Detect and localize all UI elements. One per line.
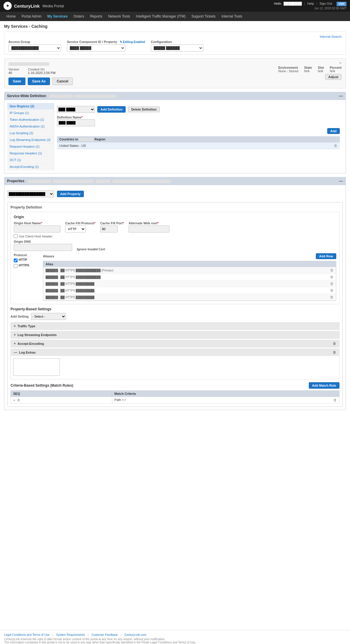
cache-fill-protocol-select[interactable]: HTTP [65,225,86,233]
nav-internal-tools[interactable]: Internal Tools [219,12,245,21]
props-blurred1 [28,180,51,183]
access-group-select[interactable]: ████████████ [8,44,61,51]
footer-sep3: | [121,633,122,636]
origin-host-name-input[interactable] [14,225,60,233]
property-select[interactable]: ████████████████ [7,190,54,197]
definition-name-label: Definition Name* [57,116,83,119]
alias-delete-2[interactable]: 🗑 [330,275,334,279]
use-client-host-header-label: Use Client Host Header [19,235,53,238]
alias-delete-1[interactable]: 🗑 [330,268,334,272]
delete-definition-btn[interactable]: Delete Definition [128,106,160,112]
environment-value: None - Stored [278,69,298,73]
accept-encoding-header[interactable]: + Accept-Encoding 🗑 [11,340,339,347]
brand-name: CenturyLink [14,4,40,8]
add-definition-btn[interactable]: Add Definition [97,106,126,113]
sidebar-item-log-streaming[interactable]: Log Streaming Endpoints (2) [7,137,54,143]
service-wide-def-header[interactable]: Service-Wide Definition — [4,92,346,100]
match-criteria-column-header: Match Criteria [112,391,339,397]
access-group-label: Access Group [8,40,61,44]
country-delete-icon[interactable]: 🗑 [334,144,337,148]
sidebar-item-accept-encoding[interactable]: Accept-Encoding (1) [7,163,54,170]
add-row-btn[interactable]: Add Row [316,253,336,259]
nav-home[interactable]: Home [4,12,19,21]
origin-host-name-label: Origin Host Name* [14,221,60,225]
sidebar-item-token-auth[interactable]: Token Authentication (1) [7,116,54,123]
version-value: 40 [8,71,12,75]
sidebar-item-response-headers[interactable]: Response Headers (1) [7,150,54,157]
internal-search-link[interactable]: Internal Search [320,35,342,38]
environment-label: Environment [278,66,298,69]
sidebar-item-request-headers[interactable]: Request Headers (1) [7,143,54,150]
filters-card: Internal Search Access Group ███████████… [4,32,346,55]
log-extras-expand-icon: — [14,350,17,354]
footer-system-link[interactable]: System Requirements [56,633,85,636]
service-wide-collapse-btn[interactable]: — [339,94,343,98]
log-extras-setting: — Log Extras 🗑 [11,349,339,379]
sidebar-item-geo-regions[interactable]: Geo Regions (2) [7,103,54,110]
origin-dns-input[interactable] [14,244,72,251]
sidebar-item-dct[interactable]: DCT (1) [7,157,54,163]
footer-feedback-link[interactable]: Customer Feedback [91,633,118,636]
service-wide-def-body: Geo Regions (2) IP Groups (1) Token Auth… [4,100,346,173]
add-setting-select[interactable]: - Select - [31,313,66,320]
log-extras-delete-icon[interactable]: 🗑 [333,350,336,354]
ignore-invalid-cert-field: Ignore Invalid Cert [77,240,105,251]
top-links: Hello ████████ | Help | Sign Out VMX [274,2,346,6]
service-component-select[interactable]: ████ █████ [67,44,125,51]
save-button[interactable]: Save [8,78,25,85]
nav-orders[interactable]: Orders [70,12,87,21]
adjust-button[interactable]: Adjust [325,74,342,80]
log-streaming-label: Log Streaming Endpoints [18,333,57,337]
cancel-button[interactable]: Cancel [52,78,72,85]
properties-header[interactable]: Properties — [4,177,346,185]
alias-delete-4[interactable]: 🗑 [330,288,334,292]
save-as-button[interactable]: Save As [28,78,50,85]
footer-links: Legal Conditions and Terms of Use | Syst… [4,633,346,636]
match-rule-delete-0[interactable]: 🗑 [333,398,337,402]
sidebar-item-lua[interactable]: Lua Scripting (2) [7,130,54,137]
sidebar-item-ip-groups[interactable]: IP Groups (1) [7,110,54,116]
footer-legal-link[interactable]: Legal Conditions and Terms of Use [4,633,49,636]
sidebar-item-aws4[interactable]: AWS4 Authentication (1) [7,123,54,130]
alias-delete-5[interactable]: 🗑 [330,295,334,299]
top-header: ✦ CenturyLink Media Portal Hello ███████… [0,0,350,12]
nav-my-services[interactable]: My Services [44,12,70,21]
definition-name-input[interactable] [57,119,95,126]
signout-link[interactable]: Sign Out [320,2,332,6]
properties-collapse-btn[interactable]: — [339,179,343,183]
alternate-web-root-input[interactable] [129,225,169,233]
http-checkbox[interactable] [14,259,18,262]
use-client-host-header-checkbox[interactable] [14,234,18,238]
accept-encoding-delete-icon[interactable]: 🗑 [333,342,336,346]
nav-portal-admin[interactable]: Portal Admin [19,12,44,21]
configuration-select[interactable]: █████ ██████ [151,44,203,51]
add-property-btn[interactable]: Add Property [57,191,84,197]
nav-network-tools[interactable]: Network Tools [105,12,133,21]
nav-reports[interactable]: Reports [87,12,105,21]
help-link[interactable]: Help [307,2,314,6]
cache-fill-port-input[interactable] [100,225,118,233]
nav-bar: Home Portal Admin My Services Orders Rep… [0,12,350,21]
properties-body: ████████████████ Add Property Property D… [4,185,346,410]
service-wide-def-title: Service-Wide Definition [7,94,116,98]
accept-encoding-header-left: + Accept-Encoding [14,342,44,346]
traffic-type-expand-icon: + [14,324,16,328]
log-extras-header[interactable]: — Log Extras 🗑 [11,349,339,356]
nav-support-tickets[interactable]: Support Tickets [188,12,219,21]
environment-field: Environment None - Stored [278,66,298,73]
https-checkbox[interactable] [14,264,18,268]
alias-delete-3[interactable]: 🗑 [330,282,334,286]
footer-centurylink-link[interactable]: CenturyLink.com [124,633,146,636]
add-match-rule-btn[interactable]: Add Match Rule [309,382,339,389]
nav-itm[interactable]: Intelligent Traffic Manager (ITM) [133,12,188,21]
definition-select[interactable]: ███ ████ [57,106,95,113]
service-wide-def-container: Service-Wide Definition — Geo Regions (2… [4,92,346,173]
prop-def-section: Property Definition Origin Origin Host N… [7,202,343,407]
cache-fill-port-label: Cache Fill Port* [100,221,124,225]
log-extras-textarea[interactable] [13,358,60,376]
match-rule-expand-0[interactable]: + [13,398,15,402]
add-btn[interactable]: Add [327,128,340,134]
log-streaming-header[interactable]: + Log Streaming Endpoints [11,331,339,338]
protocol-aliases-row: Protocol HTTP HTTPS [14,253,336,301]
traffic-type-header[interactable]: + Traffic Type [11,323,339,330]
